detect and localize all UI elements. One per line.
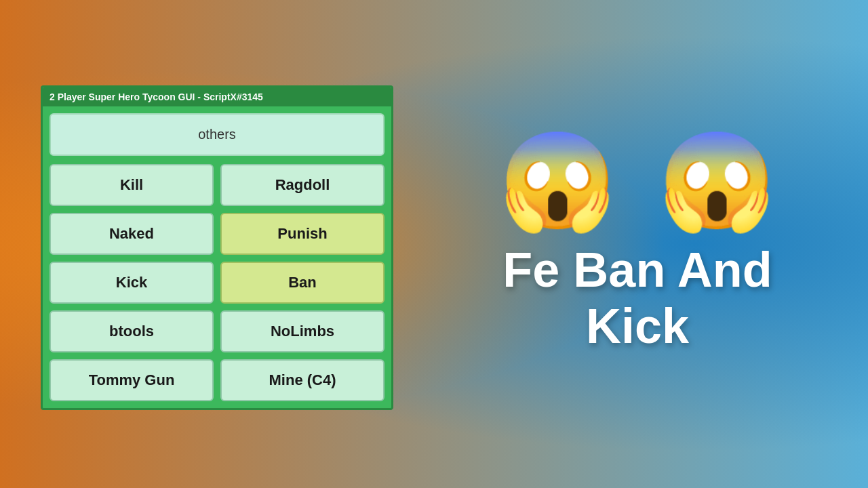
btn-punish[interactable]: Punish — [220, 213, 384, 255]
btn-minec4[interactable]: Mine (C4) — [220, 359, 384, 401]
main-content: 2 Player Super Hero Tycoon GUI - ScriptX… — [0, 0, 868, 488]
others-button[interactable]: others — [50, 113, 384, 156]
btn-tommygun[interactable]: Tommy Gun — [50, 359, 214, 401]
gui-title: 2 Player Super Hero Tycoon GUI - ScriptX… — [43, 87, 391, 106]
btn-kill[interactable]: Kill — [50, 164, 214, 206]
emoji-row: 😱 😱 — [498, 134, 776, 228]
emoji-2: 😱 — [658, 134, 776, 228]
btn-kick[interactable]: Kick — [50, 262, 214, 304]
btn-ragdoll[interactable]: Ragdoll — [220, 164, 384, 206]
btn-naked[interactable]: Naked — [50, 213, 214, 255]
gui-panel: 2 Player Super Hero Tycoon GUI - ScriptX… — [41, 85, 393, 410]
headline-line2: Kick — [586, 299, 689, 353]
button-grid: KillRagdollNakedPunishKickBanbtoolsNoLim… — [50, 164, 384, 401]
emoji-1: 😱 — [498, 134, 617, 228]
headline-line1: Fe Ban And — [502, 243, 772, 297]
btn-ban[interactable]: Ban — [220, 262, 384, 304]
btn-btools[interactable]: btools — [50, 310, 214, 352]
headline: Fe Ban And Kick — [502, 242, 772, 354]
btn-nolimbs[interactable]: NoLimbs — [220, 310, 384, 352]
right-panel: 😱 😱 Fe Ban And Kick — [420, 14, 854, 474]
